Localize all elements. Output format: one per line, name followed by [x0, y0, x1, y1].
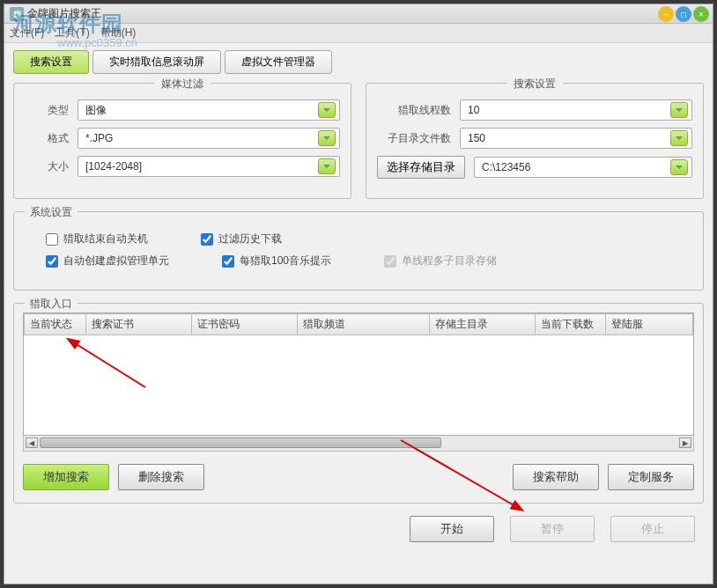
tab-realtime-log[interactable]: 实时猎取信息滚动屏 — [92, 50, 221, 74]
choose-dir-button[interactable]: 选择存储目录 — [377, 156, 465, 179]
chk-single-thread: 单线程多子目录存储 — [384, 254, 497, 268]
col-count[interactable]: 当前下载数 — [536, 314, 606, 335]
entry-legend: 猎取入口 — [25, 297, 78, 312]
entry-panel: 猎取入口 当前状态 搜索证书 证书密码 猎取频道 存储主目录 当前下载数 登陆服… — [13, 303, 704, 503]
tab-search-settings[interactable]: 搜索设置 — [13, 50, 89, 74]
start-button[interactable]: 开始 — [410, 516, 494, 542]
size-combo[interactable]: [1024-2048] — [78, 156, 340, 177]
format-combo[interactable]: *.JPG — [78, 128, 340, 149]
size-value: [1024-2048] — [82, 160, 318, 173]
col-pwd[interactable]: 证书密码 — [192, 314, 298, 335]
stop-button: 停止 — [610, 516, 695, 542]
system-settings-legend: 系统设置 — [25, 205, 78, 220]
chevron-down-icon[interactable] — [670, 130, 688, 146]
subfiles-label: 子目录文件数 — [377, 131, 451, 146]
chevron-down-icon[interactable] — [670, 102, 688, 118]
app-window: 河源软件园 www.pc0359.cn ▦ 金牌图片搜索王 − □ × 文件(F… — [4, 4, 713, 584]
footer-buttons: 开始 暂停 停止 — [13, 516, 704, 542]
threads-combo[interactable]: 10 — [460, 99, 692, 121]
entry-button-row: 增加搜索 删除搜索 搜索帮助 定制服务 — [23, 464, 694, 490]
checkbox-icon[interactable] — [46, 255, 58, 268]
format-label: 格式 — [25, 131, 69, 146]
menu-help[interactable]: 帮助(H) — [100, 26, 137, 40]
menubar: 文件(F) 工具(T) 帮助(H) — [4, 24, 713, 43]
checkbox-icon — [384, 255, 396, 268]
scroll-right-icon[interactable]: ▶ — [679, 437, 691, 448]
size-label: 大小 — [25, 159, 69, 174]
content-area: 搜索设置 实时猎取信息滚动屏 虚拟文件管理器 媒体过滤 类型 图像 格式 *.J… — [4, 43, 713, 549]
chevron-down-icon[interactable] — [318, 102, 336, 118]
close-button[interactable]: × — [693, 6, 709, 22]
chk-auto-vm[interactable]: 自动创建虚拟管理单元 — [46, 254, 169, 268]
scroll-left-icon[interactable]: ◀ — [26, 437, 38, 448]
col-login[interactable]: 登陆服 — [606, 314, 693, 335]
chevron-down-icon[interactable] — [318, 158, 336, 174]
col-status[interactable]: 当前状态 — [25, 314, 86, 335]
maximize-button[interactable]: □ — [676, 6, 691, 22]
app-icon: ▦ — [10, 7, 24, 21]
search-settings-panel: 搜索设置 猎取线程数 10 子目录文件数 150 选择存储目录 — [366, 83, 704, 199]
checkbox-icon[interactable] — [222, 255, 234, 268]
titlebar: ▦ 金牌图片搜索王 − □ × — [4, 4, 713, 24]
subfiles-value: 150 — [464, 132, 670, 144]
entry-table[interactable]: 当前状态 搜索证书 证书密码 猎取频道 存储主目录 当前下载数 登陆服 — [23, 312, 694, 436]
menu-file[interactable]: 文件(F) — [10, 26, 44, 40]
custom-service-button[interactable]: 定制服务 — [608, 464, 694, 490]
type-value: 图像 — [82, 103, 318, 118]
minimize-button[interactable]: − — [658, 6, 674, 22]
tab-bar: 搜索设置 实时猎取信息滚动屏 虚拟文件管理器 — [13, 50, 704, 74]
format-value: *.JPG — [82, 132, 318, 144]
system-settings-panel: 系统设置 猎取结束自动关机 过滤历史下载 自动创建虚拟管理单元 每猎取100音乐… — [13, 211, 704, 290]
checkbox-icon[interactable] — [46, 233, 58, 246]
search-help-button[interactable]: 搜索帮助 — [513, 464, 599, 490]
chevron-down-icon[interactable] — [318, 130, 336, 146]
menu-tools[interactable]: 工具(T) — [55, 26, 89, 40]
col-channel[interactable]: 猎取频道 — [298, 314, 430, 335]
chevron-down-icon[interactable] — [670, 159, 688, 175]
dir-combo[interactable]: C:\123456 — [474, 157, 692, 178]
col-dir[interactable]: 存储主目录 — [430, 314, 536, 335]
media-filter-panel: 媒体过滤 类型 图像 格式 *.JPG 大小 — [13, 83, 351, 199]
type-combo[interactable]: 图像 — [78, 99, 340, 121]
col-cert[interactable]: 搜索证书 — [86, 314, 192, 335]
delete-search-button[interactable]: 删除搜索 — [118, 464, 204, 490]
threads-value: 10 — [464, 104, 670, 116]
media-filter-legend: 媒体过滤 — [154, 77, 211, 92]
scroll-thumb[interactable] — [40, 437, 441, 448]
add-search-button[interactable]: 增加搜索 — [23, 464, 109, 490]
type-label: 类型 — [25, 103, 69, 118]
chk-filter-history[interactable]: 过滤历史下载 — [201, 232, 282, 246]
window-controls: − □ × — [658, 6, 709, 22]
search-settings-legend: 搜索设置 — [506, 77, 563, 92]
checkbox-icon[interactable] — [201, 233, 213, 246]
top-panels: 媒体过滤 类型 图像 格式 *.JPG 大小 — [13, 83, 704, 199]
window-title: 金牌图片搜索王 — [27, 6, 101, 21]
dir-value: C:\123456 — [478, 161, 670, 173]
horizontal-scrollbar[interactable]: ◀ ▶ — [23, 436, 694, 452]
chk-shutdown[interactable]: 猎取结束自动关机 — [46, 232, 148, 246]
chk-music-hint[interactable]: 每猎取100音乐提示 — [222, 254, 331, 268]
threads-label: 猎取线程数 — [377, 103, 451, 118]
tab-virtual-file-manager[interactable]: 虚拟文件管理器 — [225, 50, 332, 74]
pause-button: 暂停 — [510, 516, 595, 542]
subfiles-combo[interactable]: 150 — [460, 128, 692, 149]
